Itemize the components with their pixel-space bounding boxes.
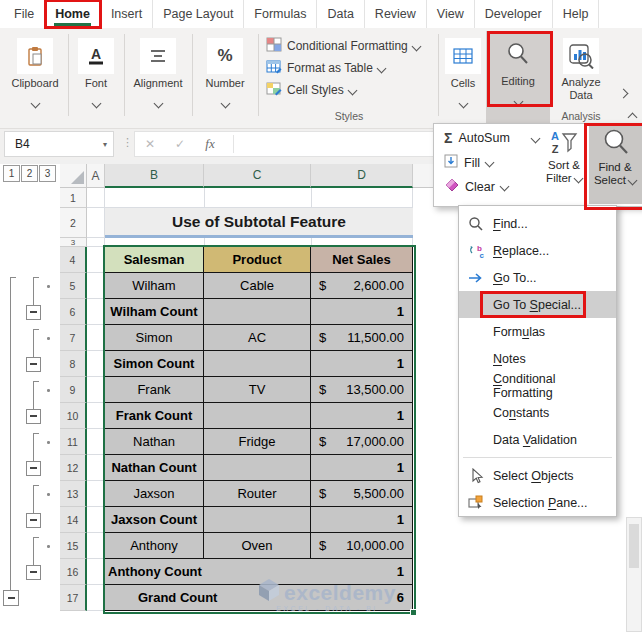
fill-button[interactable]: Fill [444, 154, 493, 171]
cell-B9[interactable]: Frank [105, 377, 204, 403]
tab-home[interactable]: Home [45, 0, 101, 28]
column-header-C[interactable]: C [204, 164, 311, 188]
tab-data[interactable]: Data [317, 0, 364, 28]
collapse-ribbon-icon[interactable] [628, 113, 638, 123]
menu-item-go-to[interactable]: Go To... [459, 264, 616, 291]
row-header-4[interactable]: 4 [60, 247, 87, 273]
menu-item-formulas[interactable]: Formulas [459, 318, 616, 345]
format-as-table-button[interactable]: Format as Table [262, 57, 436, 79]
tab-insert[interactable]: Insert [101, 0, 153, 28]
outline-collapse-button-row6[interactable] [26, 305, 41, 320]
outline-level-button-2[interactable]: 2 [21, 165, 38, 182]
cell-B6[interactable]: Wilham Count [105, 299, 204, 325]
cell-C7[interactable]: AC [204, 325, 311, 351]
menu-item-data-validation[interactable]: Data Validation [459, 426, 616, 453]
column-header-B[interactable]: B [105, 164, 204, 188]
editing-group-button[interactable]: Editing [486, 31, 550, 126]
cell-C14[interactable] [204, 507, 311, 533]
row-band-17[interactable]: Grand Count6 [105, 585, 413, 611]
row-header-13[interactable]: 13 [60, 481, 87, 507]
cells-group-button[interactable]: Cells [440, 28, 486, 128]
formula-bar-handle[interactable]: ⋮ [122, 136, 134, 149]
cell-B7[interactable]: Simon [105, 325, 204, 351]
row-header-10[interactable]: 10 [60, 403, 87, 429]
cell-D8[interactable]: 1 [311, 351, 413, 377]
cell-B8[interactable]: Simon Count [105, 351, 204, 377]
name-box-dropdown-icon[interactable]: ▾ [103, 140, 107, 149]
cell-D5[interactable]: $2,600.00 [311, 273, 413, 299]
scrollbar-thumb[interactable] [629, 524, 639, 568]
sort-filter-button[interactable]: AZ Sort & Filter [539, 128, 589, 185]
outline-collapse-button-row16[interactable] [26, 565, 41, 580]
row-header-14[interactable]: 14 [60, 507, 87, 533]
outline-collapse-button-row14[interactable] [26, 513, 41, 528]
tab-help[interactable]: Help [553, 0, 600, 28]
clipboard-group-button[interactable]: Clipboard [4, 28, 66, 128]
outline-level-button-1[interactable]: 1 [3, 165, 20, 182]
cell-C5[interactable]: Cable [204, 273, 311, 299]
menu-item-replace[interactable]: bcReplace... [459, 237, 616, 264]
row-header-17[interactable]: 17 [60, 585, 87, 611]
tab-review[interactable]: Review [365, 0, 427, 28]
row-header-12[interactable]: 12 [60, 455, 87, 481]
cell-D14[interactable]: 1 [311, 507, 413, 533]
cell-Dundefined[interactable]: Net Sales [311, 247, 413, 273]
menu-item-find[interactable]: Find... [459, 210, 616, 237]
worksheet-title-cell[interactable]: Use of Subtotal Feature [105, 208, 413, 238]
menu-item-conditional-formatting[interactable]: Conditional Formatting [459, 372, 616, 399]
menu-item-selection-pane[interactable]: Selection Pane... [459, 489, 616, 516]
insert-function-icon[interactable]: fx [195, 136, 225, 152]
cell-D7[interactable]: $11,500.00 [311, 325, 413, 351]
outline-collapse-button-row8[interactable] [26, 357, 41, 372]
cell-B15[interactable]: Anthony [105, 533, 204, 559]
tab-formulas[interactable]: Formulas [244, 0, 317, 28]
cell-D10[interactable]: 1 [311, 403, 413, 429]
outline-collapse-button-level1[interactable] [3, 590, 19, 606]
row-header-3[interactable]: 3 [60, 238, 87, 247]
tab-page-layout[interactable]: Page Layout [153, 0, 244, 28]
row-header-11[interactable]: 11 [60, 429, 87, 455]
row-header-1[interactable]: 1 [60, 188, 87, 208]
cell-B12[interactable]: Nathan Count [105, 455, 204, 481]
cell-B5[interactable]: Wilham [105, 273, 204, 299]
tab-developer[interactable]: Developer [475, 0, 553, 28]
cell-styles-button[interactable]: Cell Styles [262, 79, 436, 101]
conditional-formatting-button[interactable]: Conditional Formatting [262, 35, 436, 57]
cell-B10[interactable]: Frank Count [105, 403, 204, 429]
name-box[interactable]: B4 ▾ [4, 131, 114, 157]
ribbon-flyout-icon[interactable] [619, 89, 629, 99]
cell-B13[interactable]: Jaxson [105, 481, 204, 507]
cell-C9[interactable]: TV [204, 377, 311, 403]
row-header-7[interactable]: 7 [60, 325, 87, 351]
cell-Cundefined[interactable]: Product [204, 247, 311, 273]
tab-file[interactable]: File [4, 0, 45, 28]
cell-D12[interactable]: 1 [311, 455, 413, 481]
cell-D9[interactable]: $13,500.00 [311, 377, 413, 403]
analyze-data-button[interactable]: Analyze Data Analysis [552, 28, 610, 128]
row-header-6[interactable]: 6 [60, 299, 87, 325]
cancel-icon[interactable]: ✕ [135, 137, 165, 151]
cell-C11[interactable]: Fridge [204, 429, 311, 455]
alignment-group-button[interactable]: Alignment [126, 28, 190, 128]
row-header-5[interactable]: 5 [60, 273, 87, 299]
cell-C10[interactable] [204, 403, 311, 429]
row-header-9[interactable]: 9 [60, 377, 87, 403]
cell-C15[interactable]: Oven [204, 533, 311, 559]
vertical-scrollbar[interactable] [626, 517, 642, 632]
selection-fill-handle[interactable] [410, 609, 417, 616]
font-group-button[interactable]: A Font [70, 28, 122, 128]
cell-D13[interactable]: $5,500.00 [311, 481, 413, 507]
select-all-corner[interactable] [60, 164, 87, 188]
row-band-16[interactable]: Anthony Count1 [105, 559, 413, 585]
menu-item-notes[interactable]: Notes [459, 345, 616, 372]
cell-D6[interactable]: 1 [311, 299, 413, 325]
autosum-button[interactable]: Σ AutoSum [444, 130, 539, 146]
cell-B11[interactable]: Nathan [105, 429, 204, 455]
outline-level-button-3[interactable]: 3 [39, 165, 56, 182]
outline-collapse-button-row10[interactable] [26, 409, 41, 424]
cell-C6[interactable] [204, 299, 311, 325]
menu-item-constants[interactable]: Constants [459, 399, 616, 426]
find-select-button[interactable]: Find & Select [590, 128, 640, 187]
cell-D15[interactable]: $10,000.00 [311, 533, 413, 559]
enter-icon[interactable]: ✓ [165, 137, 195, 151]
